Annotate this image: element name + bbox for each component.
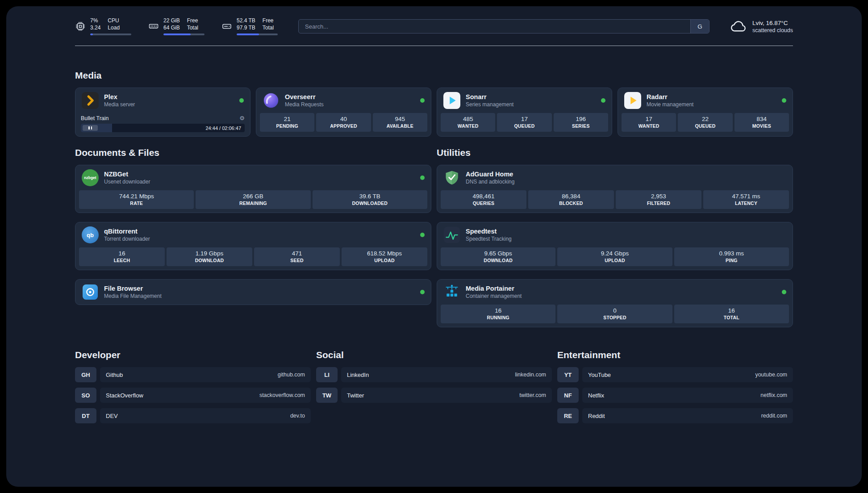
stat-value: 47.571 ms (705, 192, 787, 200)
bookmark-name: StackOverflow (106, 392, 143, 399)
playback-time: 24:44 / 02:06:47 (205, 125, 245, 131)
stat-value: 744.21 Mbps (81, 192, 192, 200)
app-desc: Speedtest Tracking (466, 236, 512, 242)
bookmark-url: netflix.com (760, 392, 787, 398)
stat-label: SERIES (555, 123, 606, 129)
plex-now-playing: Bullet Train ⚙ 24:44 / 02:06:47 (75, 113, 250, 136)
search-engine-button[interactable]: G (690, 20, 709, 33)
app-card-adguard[interactable]: AdGuard Home DNS and adblocking 498,461 … (437, 165, 793, 213)
app-desc: Usenet downloader (104, 179, 150, 185)
app-desc: Container management (466, 293, 522, 299)
bookmark-row[interactable]: TW Twitter twitter.com (316, 388, 552, 403)
stat-tile: 744.21 Mbps RATE (79, 190, 194, 209)
app-name: Plex (104, 93, 135, 100)
app-card-portainer[interactable]: Media Portainer Container management 16 … (437, 279, 793, 327)
cpu-monitor: 7% 3.24 CPU Load (75, 17, 131, 35)
cpu-label: CPU (108, 17, 120, 25)
settings-gear-icon[interactable]: ⚙ (239, 115, 245, 121)
search-input[interactable] (299, 20, 690, 33)
stat-tile: 266 GB REMAINING (196, 190, 310, 209)
stat-value: 17 (623, 115, 674, 123)
app-name: NZBGet (104, 171, 150, 178)
stat-value: 16 (676, 307, 787, 314)
app-name: Media Portainer (466, 285, 522, 292)
bookmark-row[interactable]: LI LinkedIn linkedin.com (316, 367, 552, 382)
portainer-icon (443, 284, 460, 301)
stat-tile: 22 QUEUED (678, 113, 732, 132)
stat-tile: 17 WANTED (622, 113, 676, 132)
stat-label: DOWNLOAD (442, 257, 554, 263)
stat-tile: 618.52 Mbps UPLOAD (342, 247, 427, 266)
section-title-social: Social (316, 350, 552, 360)
stat-label: LATENCY (705, 200, 787, 206)
weather-condition: scattered clouds (752, 27, 793, 33)
app-card-filebrowser[interactable]: File Browser Media File Management (75, 279, 431, 305)
stat-label: QUERIES (442, 200, 525, 206)
bookmark-abbr: GH (75, 367, 96, 382)
app-card-plex[interactable]: Plex Media server Bullet Train ⚙ 24:44 /… (75, 88, 250, 137)
app-card-overseerr[interactable]: Overseerr Media Requests 21 PENDING 40 A… (256, 88, 431, 137)
app-card-qbittorrent[interactable]: qb qBittorrent Torrent downloader 16 (75, 222, 431, 270)
stat-label: AVAILABLE (375, 123, 426, 129)
bookmark-url: dev.to (290, 413, 305, 419)
stat-tile: 17 QUEUED (497, 113, 551, 132)
stat-label: TOTAL (676, 314, 787, 321)
stat-tile: 485 WANTED (441, 113, 495, 132)
bookmark-row[interactable]: YT YouTube youtube.com (557, 367, 793, 382)
section-title-developer: Developer (75, 350, 311, 360)
cpu-load-label: Load (108, 25, 120, 32)
status-dot (239, 98, 244, 103)
stat-value: 834 (736, 115, 787, 123)
stat-value: 16 (81, 250, 163, 257)
bookmark-row[interactable]: GH Github github.com (75, 367, 311, 382)
qbittorrent-icon: qb (82, 226, 99, 243)
stat-label: RATE (81, 200, 192, 206)
stat-tile: 498,461 QUERIES (441, 190, 526, 209)
bookmark-url: github.com (278, 372, 305, 378)
app-card-radarr[interactable]: Radarr Movie management 17 WANTED 22 QUE… (618, 88, 793, 137)
stat-label: DOWNLOAD (168, 257, 250, 263)
bookmark-group-social: Social LI LinkedIn linkedin.com TW Twitt… (316, 350, 552, 423)
bookmark-name: DEV (106, 413, 118, 419)
bookmark-url: reddit.com (761, 413, 787, 419)
disk-monitor: 52.4 TB 97.9 TB Free Total (221, 17, 278, 35)
stat-label: UPLOAD (559, 257, 670, 263)
stat-tile: 16 LEECH (79, 247, 165, 266)
bookmark-group-developer: Developer GH Github github.com SO StackO… (75, 350, 311, 423)
speedtest-icon (443, 226, 460, 243)
app-card-sonarr[interactable]: Sonarr Series management 485 WANTED 17 Q… (437, 88, 612, 137)
stat-value: 0.993 ms (676, 250, 787, 257)
bookmark-row[interactable]: NF Netflix netflix.com (557, 388, 793, 403)
bookmark-name: Github (106, 372, 123, 378)
stat-label: APPROVED (318, 123, 369, 129)
app-desc: Media server (104, 101, 135, 108)
stat-tile: 0 STOPPED (557, 305, 672, 323)
stat-tile: 86,384 BLOCKED (528, 190, 614, 209)
bookmark-row[interactable]: RE Reddit reddit.com (557, 408, 793, 423)
nzbget-icon: nzbget (82, 169, 99, 186)
section-title-documents: Documents & Files (75, 147, 431, 158)
stat-value: 196 (555, 115, 606, 123)
app-card-nzbget[interactable]: nzbget NZBGet Usenet downloader 744.21 (75, 165, 431, 213)
app-desc: Torrent downloader (104, 236, 150, 242)
status-dot (601, 98, 605, 103)
stat-tile: 196 SERIES (554, 113, 608, 132)
app-desc: Media Requests (285, 101, 324, 108)
bookmark-row[interactable]: DT DEV dev.to (75, 408, 311, 423)
pause-button[interactable] (83, 125, 98, 131)
ram-total-label: Total (187, 25, 198, 32)
adguard-icon (443, 169, 460, 186)
documents-section: Documents & Files nzbget NZBGet Usenet d… (75, 147, 431, 327)
app-card-speedtest[interactable]: Speedtest Speedtest Tracking 9.65 Gbps D… (437, 222, 793, 270)
ram-total-value: 64 GiB (163, 25, 180, 32)
bookmark-name: Twitter (347, 392, 364, 399)
ram-progress-bar (163, 33, 204, 35)
bookmark-row[interactable]: SO StackOverflow stackoverflow.com (75, 388, 311, 403)
stat-label: DOWNLOADED (314, 200, 426, 206)
stat-tile: 2,953 FILTERED (616, 190, 701, 209)
stat-value: 39.6 TB (314, 192, 426, 200)
playback-progress-bar[interactable]: 24:44 / 02:06:47 (81, 124, 245, 132)
stat-tile: 47.571 ms LATENCY (703, 190, 789, 209)
app-name: Sonarr (466, 93, 513, 100)
app-name: Overseerr (285, 93, 324, 100)
